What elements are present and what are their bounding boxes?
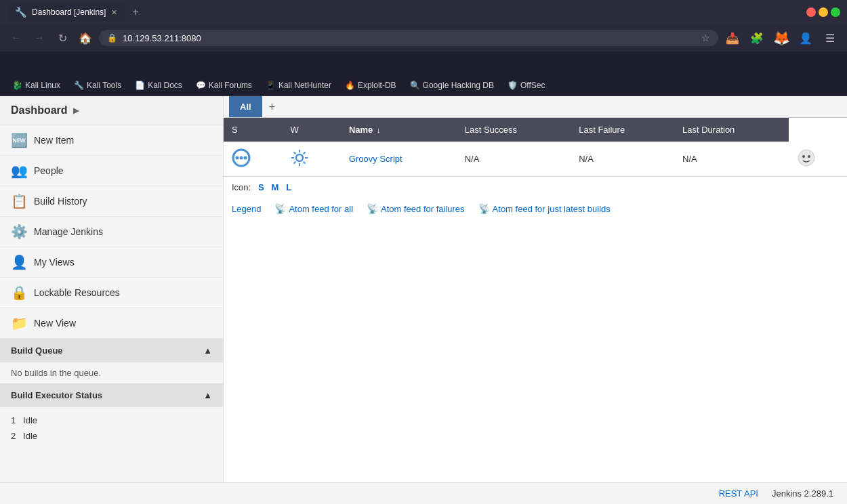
feed-link-legend[interactable]: Legend [232,203,261,214]
browser-titlebar: 🔧 Dashboard [Jenkins] ✕ + [0,0,847,24]
tab-title: Dashboard [Jenkins] [32,7,106,17]
nav-actions: 📥 🧩 🦊 👤 ☰ [722,28,840,48]
bookmark-kali-docs[interactable]: 📄 Kali Docs [129,79,188,91]
status-cell [224,142,282,177]
kali-forums-icon: 💬 [196,81,206,90]
col-header-w: W [282,118,340,142]
feed-link-failures[interactable]: 📡 Atom feed for failures [367,203,465,214]
reload-button[interactable]: ↻ [53,28,72,47]
tab-favicon: 🔧 [15,7,26,18]
sidebar-item-people[interactable]: 👥 People [0,156,223,186]
bookmark-google-hacking[interactable]: 🔍 Google Hacking DB [405,79,499,91]
bookmark-offsec[interactable]: 🛡️ OffSec [502,79,550,91]
browser-chrome: 🔧 Dashboard [Jenkins] ✕ + ← → ↻ 🏠 🔒 ☆ 📥 … [0,0,847,75]
address-input[interactable] [123,33,696,43]
build-queue-header[interactable]: Build Queue ▲ [0,339,223,362]
forward-button[interactable]: → [30,28,49,47]
feed-latest-label: Atom feed for just latest builds [493,204,611,214]
build-executor-collapse-icon: ▲ [203,390,212,400]
google-hacking-icon: 🔍 [410,81,420,90]
sidebar-header: Dashboard ▶ [0,96,223,125]
home-button[interactable]: 🏠 [76,28,95,47]
tab-close-button[interactable]: ✕ [111,8,117,17]
lockable-resources-icon: 🔒 [11,285,27,301]
executor-row-2: 2 Idle [11,428,212,444]
sidebar-item-lockable-resources[interactable]: 🔒 Lockable Resources [0,278,223,308]
name-cell[interactable]: Groovy Script [341,142,457,177]
exploit-db-icon: 🔥 [345,81,355,90]
tabs-bar: All + [224,96,847,118]
jobs-table: S W Name ↓ Last Success Last Failure Las… [224,118,847,177]
icon-size-label: Icon: [232,182,251,192]
kali-tools-icon: 🔧 [74,81,84,90]
icon-size-m[interactable]: M [272,182,279,192]
security-lock-icon: 🔒 [107,33,117,43]
window-maximize[interactable] [819,7,828,17]
active-tab[interactable]: 🔧 Dashboard [Jenkins] ✕ [7,3,125,22]
feed-all-label: Atom feed for all [289,204,353,214]
bookmark-exploit-db[interactable]: 🔥 Exploit-DB [339,79,402,91]
firefox-account-icon[interactable]: 👤 [796,28,816,48]
extensions-icon[interactable]: 🧩 [747,28,767,48]
sidebar-header-title: Dashboard [11,104,68,117]
icon-size-s[interactable]: S [258,182,264,192]
sidebar-item-manage-jenkins[interactable]: ⚙️ Manage Jenkins [0,217,223,247]
new-tab-button[interactable]: + [128,6,142,18]
weather-cell [282,142,340,177]
icon-size-l[interactable]: L [286,182,291,192]
menu-icon[interactable]: ☰ [820,28,840,48]
legend-label: Legend [232,204,261,214]
sidebar-item-label-my-views: My Views [34,257,75,268]
svg-line-12 [294,162,296,164]
sidebar: Dashboard ▶ 🆕 New Item 👥 People 📋 Build … [0,96,224,504]
build-history-icon: 📋 [11,193,27,209]
svg-line-9 [294,152,296,154]
sidebar-item-my-views[interactable]: 👤 My Views [0,247,223,278]
col-header-last-success: Last Success [457,118,571,142]
sidebar-item-label-new-item: New Item [34,135,74,146]
executor-1-label: 1 [11,415,16,425]
feed-failures-label: Atom feed for failures [381,204,465,214]
build-executor-content: 1 Idle 2 Idle [0,407,223,449]
executor-row-1: 1 Idle [11,413,212,428]
status-icon [232,148,251,167]
sidebar-item-new-view[interactable]: 📁 New View [0,308,223,339]
sidebar-item-new-item[interactable]: 🆕 New Item [0,125,223,156]
build-executor-title: Build Executor Status [11,390,102,400]
back-button[interactable]: ← [7,28,26,47]
svg-point-1 [236,156,239,160]
build-executor-header[interactable]: Build Executor Status ▲ [0,383,223,407]
bookmarks-bar: 🐉 Kali Linux 🔧 Kali Tools 📄 Kali Docs 💬 … [0,75,847,96]
bookmark-kali-linux[interactable]: 🐉 Kali Linux [7,79,66,91]
bookmark-star-icon[interactable]: ☆ [701,33,710,43]
people-icon: 👥 [11,163,27,179]
window-minimize[interactable] [806,7,816,17]
bookmark-kali-forums[interactable]: 💬 Kali Forums [190,79,257,91]
bookmark-kali-tools[interactable]: 🔧 Kali Tools [68,79,127,91]
sidebar-item-label-lockable-resources: Lockable Resources [34,287,120,298]
rest-api-link[interactable]: REST API [719,488,758,499]
new-view-icon: 📁 [11,315,27,331]
col-header-name[interactable]: Name ↓ [341,118,457,142]
executor-2-label: 2 [11,431,16,441]
svg-point-4 [296,154,303,161]
last-failure-cell: N/A [571,142,674,177]
window-close[interactable] [831,7,840,17]
job-link-groovy-script[interactable]: Groovy Script [349,154,402,164]
svg-point-15 [808,155,810,158]
tab-all[interactable]: All [229,96,262,117]
feed-failures-icon: 📡 [367,203,378,214]
new-item-icon: 🆕 [11,132,27,148]
kali-nethunter-icon: 📱 [266,81,276,90]
tab-add-button[interactable]: + [262,97,282,117]
manage-jenkins-icon: ⚙️ [11,224,27,240]
sidebar-item-label-manage-jenkins: Manage Jenkins [34,226,103,237]
sidebar-item-build-history[interactable]: 📋 Build History [0,186,223,217]
bookmark-kali-nethunter[interactable]: 📱 Kali NetHunter [260,79,337,91]
pocket-icon[interactable]: 📥 [722,28,743,48]
feed-link-all[interactable]: 📡 Atom feed for all [274,203,353,214]
svg-line-11 [304,152,306,154]
firefox-icon[interactable]: 🦊 [771,28,791,48]
feed-link-latest[interactable]: 📡 Atom feed for just latest builds [478,203,611,214]
col-header-s: S [224,118,282,142]
